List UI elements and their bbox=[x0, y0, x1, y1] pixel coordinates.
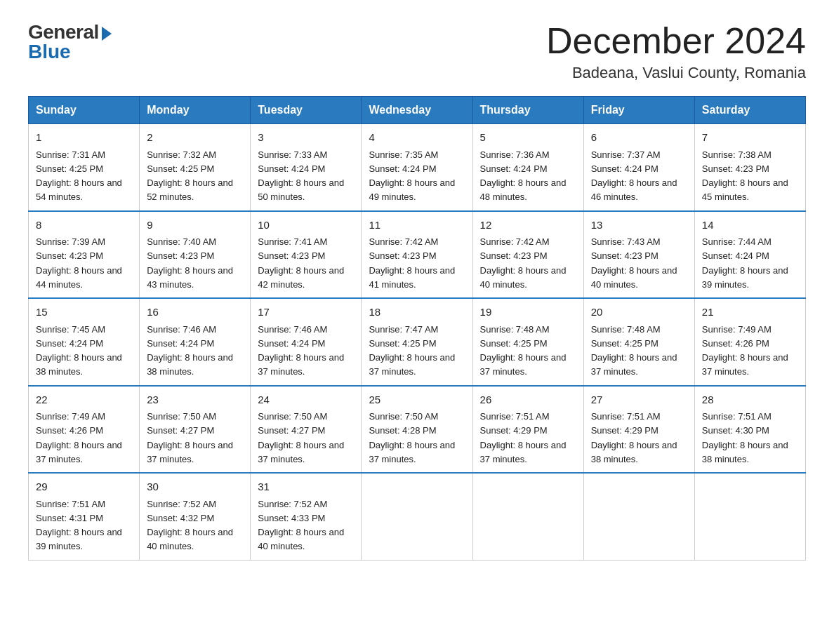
column-header-sunday: Sunday bbox=[29, 97, 140, 124]
calendar-cell: 30Sunrise: 7:52 AMSunset: 4:32 PMDayligh… bbox=[140, 473, 251, 560]
day-info: Sunrise: 7:49 AMSunset: 4:26 PMDaylight:… bbox=[36, 411, 122, 464]
day-number: 2 bbox=[147, 130, 243, 146]
location-title: Badeana, Vaslui County, Romania bbox=[546, 64, 806, 82]
calendar-cell: 23Sunrise: 7:50 AMSunset: 4:27 PMDayligh… bbox=[140, 386, 251, 474]
day-number: 1 bbox=[36, 130, 132, 146]
day-info: Sunrise: 7:46 AMSunset: 4:24 PMDaylight:… bbox=[258, 324, 344, 377]
day-info: Sunrise: 7:33 AMSunset: 4:24 PMDaylight:… bbox=[258, 149, 344, 203]
day-info: Sunrise: 7:41 AMSunset: 4:23 PMDaylight:… bbox=[258, 236, 344, 290]
calendar-cell bbox=[583, 473, 694, 560]
column-header-saturday: Saturday bbox=[694, 97, 805, 124]
logo-blue-text: Blue bbox=[28, 41, 71, 63]
day-number: 19 bbox=[480, 304, 576, 321]
day-info: Sunrise: 7:51 AMSunset: 4:29 PMDaylight:… bbox=[591, 411, 677, 464]
day-info: Sunrise: 7:42 AMSunset: 4:23 PMDaylight:… bbox=[480, 236, 567, 290]
calendar-week-row: 8Sunrise: 7:39 AMSunset: 4:23 PMDaylight… bbox=[29, 211, 806, 299]
day-number: 11 bbox=[369, 217, 465, 234]
day-info: Sunrise: 7:32 AMSunset: 4:25 PMDaylight:… bbox=[147, 149, 233, 203]
day-info: Sunrise: 7:50 AMSunset: 4:27 PMDaylight:… bbox=[258, 411, 344, 464]
day-info: Sunrise: 7:47 AMSunset: 4:25 PMDaylight:… bbox=[369, 324, 455, 377]
day-info: Sunrise: 7:46 AMSunset: 4:24 PMDaylight:… bbox=[147, 324, 233, 377]
day-info: Sunrise: 7:42 AMSunset: 4:23 PMDaylight:… bbox=[369, 236, 455, 290]
page-header: General Blue December 2024 Badeana, Vasl… bbox=[28, 21, 806, 82]
calendar-cell: 21Sunrise: 7:49 AMSunset: 4:26 PMDayligh… bbox=[694, 298, 805, 386]
calendar-cell: 22Sunrise: 7:49 AMSunset: 4:26 PMDayligh… bbox=[29, 386, 140, 474]
calendar-cell: 11Sunrise: 7:42 AMSunset: 4:23 PMDayligh… bbox=[362, 211, 472, 299]
calendar-cell: 31Sunrise: 7:52 AMSunset: 4:33 PMDayligh… bbox=[251, 473, 362, 560]
calendar-cell: 6Sunrise: 7:37 AMSunset: 4:24 PMDaylight… bbox=[583, 124, 694, 211]
calendar-cell: 18Sunrise: 7:47 AMSunset: 4:25 PMDayligh… bbox=[362, 298, 472, 386]
calendar-cell: 24Sunrise: 7:50 AMSunset: 4:27 PMDayligh… bbox=[251, 386, 362, 474]
day-number: 7 bbox=[702, 130, 798, 146]
calendar-week-row: 1Sunrise: 7:31 AMSunset: 4:25 PMDaylight… bbox=[29, 124, 806, 211]
calendar-cell: 12Sunrise: 7:42 AMSunset: 4:23 PMDayligh… bbox=[472, 211, 583, 299]
calendar-cell: 29Sunrise: 7:51 AMSunset: 4:31 PMDayligh… bbox=[29, 473, 140, 560]
day-info: Sunrise: 7:48 AMSunset: 4:25 PMDaylight:… bbox=[591, 324, 677, 377]
day-info: Sunrise: 7:37 AMSunset: 4:24 PMDaylight:… bbox=[591, 149, 677, 203]
calendar-cell: 13Sunrise: 7:43 AMSunset: 4:23 PMDayligh… bbox=[583, 211, 694, 299]
calendar-week-row: 22Sunrise: 7:49 AMSunset: 4:26 PMDayligh… bbox=[29, 386, 806, 474]
day-number: 24 bbox=[258, 392, 354, 408]
calendar-cell bbox=[472, 473, 583, 560]
calendar-cell bbox=[694, 473, 805, 560]
day-number: 3 bbox=[258, 130, 354, 146]
calendar-cell: 20Sunrise: 7:48 AMSunset: 4:25 PMDayligh… bbox=[583, 298, 694, 386]
day-number: 30 bbox=[147, 479, 243, 495]
day-number: 17 bbox=[258, 304, 354, 321]
day-number: 5 bbox=[480, 130, 576, 146]
calendar-cell: 9Sunrise: 7:40 AMSunset: 4:23 PMDaylight… bbox=[140, 211, 251, 299]
calendar-cell: 10Sunrise: 7:41 AMSunset: 4:23 PMDayligh… bbox=[251, 211, 362, 299]
day-info: Sunrise: 7:31 AMSunset: 4:25 PMDaylight:… bbox=[36, 149, 122, 203]
calendar-cell: 8Sunrise: 7:39 AMSunset: 4:23 PMDaylight… bbox=[29, 211, 140, 299]
day-number: 6 bbox=[591, 130, 687, 146]
calendar-table: SundayMondayTuesdayWednesdayThursdayFrid… bbox=[28, 96, 806, 561]
day-number: 20 bbox=[591, 304, 687, 321]
day-info: Sunrise: 7:50 AMSunset: 4:28 PMDaylight:… bbox=[369, 411, 455, 464]
day-info: Sunrise: 7:45 AMSunset: 4:24 PMDaylight:… bbox=[36, 324, 122, 377]
calendar-cell: 2Sunrise: 7:32 AMSunset: 4:25 PMDaylight… bbox=[140, 124, 251, 211]
day-info: Sunrise: 7:44 AMSunset: 4:24 PMDaylight:… bbox=[702, 236, 788, 290]
day-number: 18 bbox=[369, 304, 465, 321]
day-info: Sunrise: 7:39 AMSunset: 4:23 PMDaylight:… bbox=[36, 236, 122, 290]
calendar-cell: 14Sunrise: 7:44 AMSunset: 4:24 PMDayligh… bbox=[694, 211, 805, 299]
calendar-cell: 3Sunrise: 7:33 AMSunset: 4:24 PMDaylight… bbox=[251, 124, 362, 211]
day-number: 16 bbox=[147, 304, 243, 321]
month-title: December 2024 bbox=[546, 21, 806, 61]
calendar-cell: 4Sunrise: 7:35 AMSunset: 4:24 PMDaylight… bbox=[362, 124, 472, 211]
day-number: 28 bbox=[702, 392, 798, 408]
calendar-cell: 27Sunrise: 7:51 AMSunset: 4:29 PMDayligh… bbox=[583, 386, 694, 474]
day-info: Sunrise: 7:40 AMSunset: 4:23 PMDaylight:… bbox=[147, 236, 233, 290]
day-info: Sunrise: 7:49 AMSunset: 4:26 PMDaylight:… bbox=[702, 324, 788, 377]
calendar-cell: 5Sunrise: 7:36 AMSunset: 4:24 PMDaylight… bbox=[472, 124, 583, 211]
column-header-wednesday: Wednesday bbox=[362, 97, 472, 124]
calendar-cell bbox=[362, 473, 472, 560]
calendar-cell: 25Sunrise: 7:50 AMSunset: 4:28 PMDayligh… bbox=[362, 386, 472, 474]
day-number: 10 bbox=[258, 217, 354, 234]
day-number: 27 bbox=[591, 392, 687, 408]
day-number: 4 bbox=[369, 130, 465, 146]
day-info: Sunrise: 7:38 AMSunset: 4:23 PMDaylight:… bbox=[702, 149, 788, 203]
day-info: Sunrise: 7:48 AMSunset: 4:25 PMDaylight:… bbox=[480, 324, 567, 377]
day-number: 22 bbox=[36, 392, 132, 408]
calendar-cell: 26Sunrise: 7:51 AMSunset: 4:29 PMDayligh… bbox=[472, 386, 583, 474]
calendar-cell: 17Sunrise: 7:46 AMSunset: 4:24 PMDayligh… bbox=[251, 298, 362, 386]
day-number: 21 bbox=[702, 304, 798, 321]
day-info: Sunrise: 7:50 AMSunset: 4:27 PMDaylight:… bbox=[147, 411, 233, 464]
day-number: 14 bbox=[702, 217, 798, 234]
day-info: Sunrise: 7:35 AMSunset: 4:24 PMDaylight:… bbox=[369, 149, 455, 203]
calendar-week-row: 29Sunrise: 7:51 AMSunset: 4:31 PMDayligh… bbox=[29, 473, 806, 560]
logo: General Blue bbox=[28, 21, 112, 63]
column-header-friday: Friday bbox=[583, 97, 694, 124]
column-header-monday: Monday bbox=[140, 97, 251, 124]
day-info: Sunrise: 7:52 AMSunset: 4:32 PMDaylight:… bbox=[147, 499, 233, 552]
day-number: 13 bbox=[591, 217, 687, 234]
day-number: 26 bbox=[480, 392, 576, 408]
day-info: Sunrise: 7:36 AMSunset: 4:24 PMDaylight:… bbox=[480, 149, 567, 203]
day-number: 25 bbox=[369, 392, 465, 408]
day-number: 31 bbox=[258, 479, 354, 495]
day-number: 15 bbox=[36, 304, 132, 321]
day-info: Sunrise: 7:51 AMSunset: 4:31 PMDaylight:… bbox=[36, 499, 122, 552]
day-info: Sunrise: 7:51 AMSunset: 4:30 PMDaylight:… bbox=[702, 411, 788, 464]
day-number: 12 bbox=[480, 217, 576, 234]
calendar-cell: 19Sunrise: 7:48 AMSunset: 4:25 PMDayligh… bbox=[472, 298, 583, 386]
